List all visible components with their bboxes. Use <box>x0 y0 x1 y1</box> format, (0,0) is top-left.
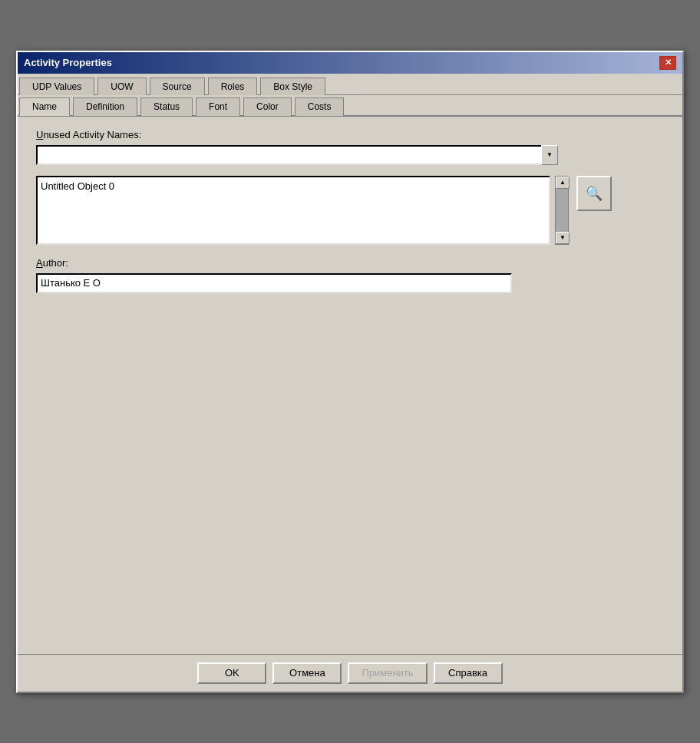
tab-name[interactable]: Name <box>19 97 70 116</box>
title-bar-controls: ✕ <box>659 56 676 70</box>
dialog-body: UDP Values UOW Source Roles Box Style Na… <box>18 74 682 692</box>
author-input[interactable] <box>36 273 512 293</box>
tabs-row-1: UDP Values UOW Source Roles Box Style <box>18 74 682 95</box>
tab-roles[interactable]: Roles <box>208 78 258 95</box>
tab-uow[interactable]: UOW <box>97 78 146 95</box>
close-button[interactable]: ✕ <box>659 56 676 70</box>
content-area: Unused Activity Names: ▼ Untitled Object… <box>18 117 682 654</box>
author-label-underline: A <box>36 257 43 269</box>
unused-activity-names-label: Unused Activity Names: <box>36 129 664 140</box>
name-textarea[interactable]: Untitled Object 0 <box>36 176 550 245</box>
activity-properties-dialog: Activity Properties ✕ UDP Values UOW Sou… <box>16 51 684 693</box>
unused-label-underline: U <box>36 129 43 140</box>
tab-status[interactable]: Status <box>140 97 193 116</box>
tab-definition[interactable]: Definition <box>73 97 137 116</box>
scroll-down-button[interactable]: ▼ <box>556 232 570 244</box>
unused-dropdown-wrapper: ▼ <box>36 145 558 165</box>
name-textarea-row: Untitled Object 0 ▲ ▼ 🔍 <box>36 176 664 245</box>
close-icon: ✕ <box>665 58 672 68</box>
author-label-text: uthor: <box>43 257 68 269</box>
tab-costs[interactable]: Costs <box>295 97 345 116</box>
tabs-row-2: Name Definition Status Font Color Costs <box>18 95 682 117</box>
bottom-bar: OK Отмена Применить Справка <box>18 654 682 692</box>
ok-button[interactable]: OK <box>197 662 266 684</box>
search-icon: 🔍 <box>586 185 603 202</box>
search-button[interactable]: 🔍 <box>576 176 612 211</box>
tab-box-style[interactable]: Box Style <box>260 78 325 95</box>
tab-source[interactable]: Source <box>150 78 205 95</box>
author-label: Author: <box>36 257 664 269</box>
textarea-scrollbar: ▲ ▼ <box>555 176 569 245</box>
scroll-down-icon: ▼ <box>560 234 566 241</box>
chevron-down-icon: ▼ <box>546 151 553 158</box>
scroll-up-button[interactable]: ▲ <box>556 177 570 189</box>
title-bar: Activity Properties ✕ <box>18 52 682 74</box>
textarea-controls: ▲ ▼ <box>555 176 569 245</box>
tab-color[interactable]: Color <box>243 97 292 116</box>
scroll-track <box>556 189 568 232</box>
scroll-up-icon: ▲ <box>560 179 566 186</box>
apply-button[interactable]: Применить <box>348 662 427 684</box>
dropdown-arrow-button[interactable]: ▼ <box>541 145 558 165</box>
tab-udp-values[interactable]: UDP Values <box>19 78 94 95</box>
cancel-button[interactable]: Отмена <box>272 662 342 684</box>
unused-label-text: nused Activity Names: <box>43 129 141 140</box>
help-button[interactable]: Справка <box>434 662 503 684</box>
dialog-title: Activity Properties <box>24 57 112 68</box>
tab-font[interactable]: Font <box>196 97 240 116</box>
unused-dropdown[interactable] <box>36 145 558 165</box>
